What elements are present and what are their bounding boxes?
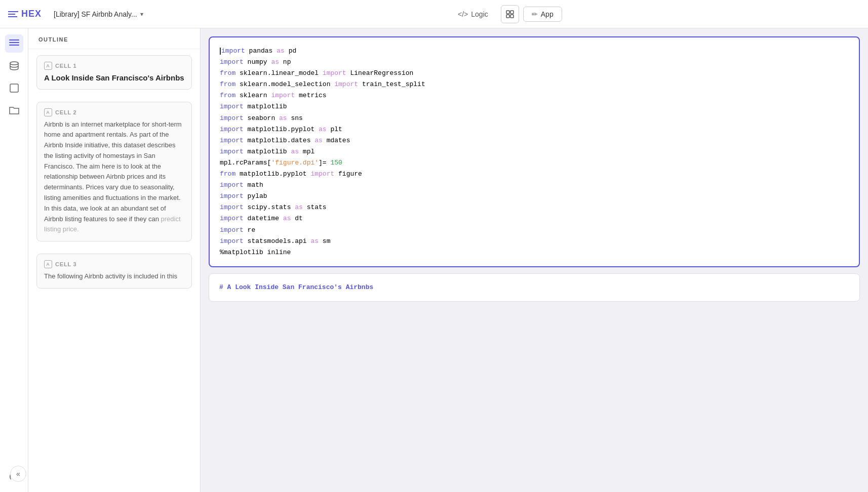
hex-logo[interactable]: HEX (8, 9, 42, 19)
editor-area: import pandas as pd import numpy as np f… (201, 28, 868, 492)
cell-3-label: A CELL 3 (44, 260, 184, 268)
app-tab[interactable]: ✏ App (523, 7, 562, 22)
cell-2-text: Airbnb is an internet marketplace for sh… (44, 119, 184, 235)
edit-icon: ✏ (532, 10, 538, 18)
project-title[interactable]: [Library] SF Airbnb Analy... ▾ (54, 10, 143, 18)
cell-3-text: The following Airbnb activity is include… (44, 271, 184, 282)
cell-type-icon-2: A (44, 108, 52, 116)
grid-view-button[interactable] (501, 5, 519, 23)
code-cell-2[interactable]: # A Look Inside San Francisco's Airbnbs (209, 273, 860, 302)
svg-rect-5 (9, 42, 19, 43)
outline-panel: OUTLINE A CELL 1 A Look Inside San Franc… (28, 28, 201, 492)
cell-2-label: A CELL 2 (44, 108, 184, 116)
code-cell-1-content: import pandas as pd import numpy as np f… (210, 37, 859, 266)
svg-rect-1 (510, 11, 514, 14)
cell-1-title: A Look Inside San Francisco's Airbnbs (44, 73, 184, 83)
svg-rect-3 (510, 15, 514, 18)
menu-sidebar-icon[interactable] (5, 34, 23, 53)
logo-icon (8, 11, 18, 17)
cell-card-1[interactable]: A CELL 1 A Look Inside San Francisco's A… (36, 55, 192, 90)
logic-tab[interactable]: </> Logic (449, 7, 497, 22)
topbar-center: </> Logic ✏ App (449, 5, 562, 23)
code-icon: </> (458, 10, 468, 18)
chevron-down-icon: ▾ (140, 11, 143, 18)
cell-1-label: A CELL 1 (44, 62, 184, 70)
cell-type-icon-1: A (44, 62, 52, 70)
outline-header: OUTLINE (28, 28, 200, 49)
cell-card-2[interactable]: A CELL 2 Airbnb is an internet marketpla… (36, 102, 192, 242)
collapse-sidebar-button[interactable]: « (10, 466, 26, 482)
svg-rect-8 (10, 84, 18, 92)
database-sidebar-icon[interactable] (5, 57, 23, 75)
svg-point-7 (10, 62, 18, 65)
logo-text: HEX (21, 9, 42, 19)
svg-rect-6 (9, 45, 19, 46)
code-cell-2-content: # A Look Inside San Francisco's Airbnbs (209, 274, 859, 301)
main-content: (x) OUTLINE A CELL 1 A Look Inside San F… (0, 28, 868, 492)
cell-card-3[interactable]: A CELL 3 The following Airbnb activity i… (36, 254, 192, 289)
svg-rect-4 (9, 39, 19, 40)
icon-sidebar: (x) (0, 28, 28, 492)
code-cell-1[interactable]: import pandas as pd import numpy as np f… (209, 36, 860, 267)
cell-type-icon-3: A (44, 260, 52, 268)
svg-rect-2 (506, 15, 509, 18)
topbar: HEX [Library] SF Airbnb Analy... ▾ </> L… (0, 0, 868, 28)
layers-sidebar-icon[interactable] (5, 79, 23, 97)
folder-sidebar-icon[interactable] (5, 101, 23, 119)
svg-rect-0 (506, 11, 509, 14)
